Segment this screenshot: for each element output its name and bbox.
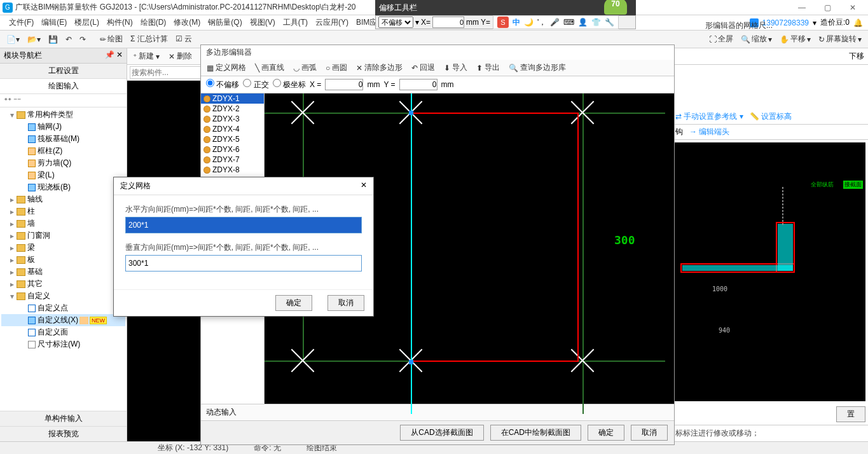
menu-view[interactable]: 视图(V) [246, 17, 279, 28]
in-cad-button[interactable]: 在CAD中绘制截面图 [490, 425, 581, 441]
list-item[interactable]: ZDYX-5 [201, 134, 264, 144]
sum-button[interactable]: Σ 汇总计算 [128, 32, 170, 46]
dialog-close-icon[interactable]: ✕ [361, 181, 367, 191]
import-button[interactable]: ⬇ 导入 [442, 61, 469, 74]
editor-x-input[interactable] [325, 79, 363, 90]
tab-single-input[interactable]: 单构件输入 [0, 411, 127, 426]
offset-toolbar-title[interactable]: 偏移工具栏 [375, 0, 636, 15]
comma-icon[interactable]: '， [537, 17, 546, 28]
list-item[interactable]: ZDYX-2 [201, 104, 264, 114]
menu-file[interactable]: 文件(F) [5, 17, 38, 28]
menu-modify[interactable]: 修改(M) [170, 17, 204, 28]
pan-button[interactable]: ✋ 平移 ▾ [777, 32, 813, 46]
shirt-icon[interactable]: 👕 [591, 18, 601, 27]
redo-button[interactable]: ↷ [77, 34, 88, 45]
close-button[interactable]: ✕ [840, 1, 865, 15]
offset-x-input[interactable] [432, 17, 464, 28]
wrench-icon[interactable]: 🔧 [605, 18, 614, 27]
tree-item-selected[interactable]: 自定义线(X)NEW [1, 314, 125, 326]
collapse-icon[interactable]: ⁻⁻ [13, 96, 21, 105]
set-mark-button[interactable]: 📏 设置标高 [750, 111, 792, 122]
tree-item[interactable]: 筏板基础(M) [1, 133, 125, 145]
hook-label[interactable]: 钩 [675, 127, 683, 137]
draw-circle-button[interactable]: ○ 画圆 [324, 61, 349, 74]
radio-no-offset[interactable]: 不偏移 [206, 79, 239, 90]
list-item[interactable]: ZDYX-4 [201, 124, 264, 134]
menu-draw[interactable]: 绘图(D) [137, 17, 170, 28]
tree-root[interactable]: ▾常用构件类型 [1, 109, 125, 121]
tree-cat[interactable]: ▸柱 [1, 205, 125, 217]
menu-tools[interactable]: 工具(T) [279, 17, 312, 28]
tree-cat[interactable]: ▸其它 [1, 278, 125, 290]
dialog-title-bar[interactable]: 定义网格 ✕ [114, 177, 373, 195]
minimize-button[interactable]: — [789, 1, 815, 15]
save-button[interactable]: 💾 [46, 34, 60, 45]
editor-y-input[interactable] [399, 79, 437, 90]
editor-cancel-button[interactable]: 取消 [631, 425, 668, 441]
right-action-button[interactable]: 置 [836, 406, 865, 422]
moon-icon[interactable]: 🌙 [524, 18, 534, 27]
tree-item[interactable]: 框柱(Z) [1, 145, 125, 157]
maximize-button[interactable]: ▢ [815, 1, 840, 15]
v-spacing-input[interactable] [125, 255, 362, 272]
notification-badge[interactable]: 70 [604, 0, 627, 15]
export-button[interactable]: ⬆ 导出 [474, 61, 502, 74]
cloud-check-button[interactable]: ☑ 云 [173, 32, 195, 46]
tree-cat[interactable]: ▾自定义 [1, 290, 125, 302]
menu-edit[interactable]: 编辑(E) [38, 17, 71, 28]
tree-item[interactable]: 剪力墙(Q) [1, 157, 125, 169]
h-spacing-input[interactable] [125, 217, 362, 233]
draw-line-button[interactable]: ╲ 画直线 [253, 61, 286, 74]
mic-icon[interactable]: 🎤 [550, 18, 560, 27]
section-project[interactable]: 工程设置 [0, 64, 127, 79]
list-item[interactable]: ZDYX-6 [201, 144, 264, 155]
list-item[interactable]: ZDYX-7 [201, 155, 264, 165]
draw-arc-button[interactable]: ◡ 画弧 [291, 61, 319, 74]
new-button[interactable]: ⁺ 新建 ▾ [131, 50, 162, 63]
radio-ortho[interactable]: 正交 [243, 79, 268, 90]
person-icon[interactable]: 👤 [578, 18, 588, 27]
ime-toolbar[interactable]: S 中 🌙 '， 🎤 ⌨ 👤 👕 🔧 [493, 15, 619, 29]
from-cad-button[interactable]: 从CAD选择截面图 [400, 425, 483, 441]
clear-polygon-button[interactable]: ✕ 清除多边形 [354, 61, 404, 74]
tab-report-preview[interactable]: 报表预览 [0, 426, 127, 441]
tree-item[interactable]: 尺寸标注(W) [1, 338, 125, 350]
tree-cat[interactable]: ▸梁 [1, 242, 125, 254]
right-preview-canvas[interactable]: 全部纵筋 接截面 940 1000 [674, 142, 865, 401]
tree-item[interactable]: 现浇板(B) [1, 181, 125, 193]
fullscreen-button[interactable]: ⛶ 全屏 [706, 32, 736, 46]
zoom-button[interactable]: 🔍 缩放 ▾ [738, 32, 775, 46]
dialog-ok-button[interactable]: 确定 [275, 295, 312, 311]
section-drawing[interactable]: 绘图输入 [0, 79, 127, 94]
dialog-cancel-button[interactable]: 取消 [327, 295, 364, 311]
move-down-label[interactable]: 下移 [849, 52, 864, 60]
open-file-button[interactable]: 📂▾ [25, 34, 43, 45]
tree-cat[interactable]: ▸墙 [1, 217, 125, 230]
radio-polar[interactable]: 极坐标 [273, 79, 306, 90]
list-item[interactable]: ZDYX-1 [201, 93, 264, 104]
tree-cat[interactable]: ▸轴线 [1, 193, 125, 205]
undo-button[interactable]: ↶ [63, 34, 74, 45]
edit-end-button[interactable]: → 编辑端头 [689, 127, 729, 137]
panel-pin-icon[interactable]: 📌 ✕ [105, 50, 123, 61]
menu-layer[interactable]: 楼层(L) [71, 17, 103, 28]
define-grid-button[interactable]: ▦ 定义网格 [205, 61, 248, 74]
list-item[interactable]: ZDYX-3 [201, 114, 264, 124]
offset-mode-select[interactable]: 不偏移 [378, 17, 413, 28]
draw-button[interactable]: ✏ 绘图 [97, 32, 125, 46]
tree-item[interactable]: 梁(L) [1, 169, 125, 181]
list-item[interactable]: ZDYX-8 [201, 165, 264, 175]
query-library-button[interactable]: 🔍 查询多边形库 [507, 61, 568, 74]
keyboard-icon[interactable]: ⌨ [563, 18, 574, 27]
bell-icon[interactable]: 🔔 [853, 18, 863, 27]
tree-item[interactable]: 自定义点 [1, 302, 125, 314]
menu-rebar[interactable]: 钢筋量(Q) [204, 17, 245, 28]
editor-ok-button[interactable]: 确定 [588, 425, 624, 441]
expand-icon[interactable]: ⁺⁺ [4, 96, 11, 105]
tree-cat[interactable]: ▸门窗洞 [1, 230, 125, 242]
menu-component[interactable]: 构件(N) [103, 17, 137, 28]
ime-lang[interactable]: 中 [513, 17, 520, 28]
menu-cloud[interactable]: 云应用(Y) [312, 17, 352, 28]
new-file-button[interactable]: 📄▾ [4, 34, 22, 45]
ime-icon[interactable]: S [497, 17, 509, 28]
